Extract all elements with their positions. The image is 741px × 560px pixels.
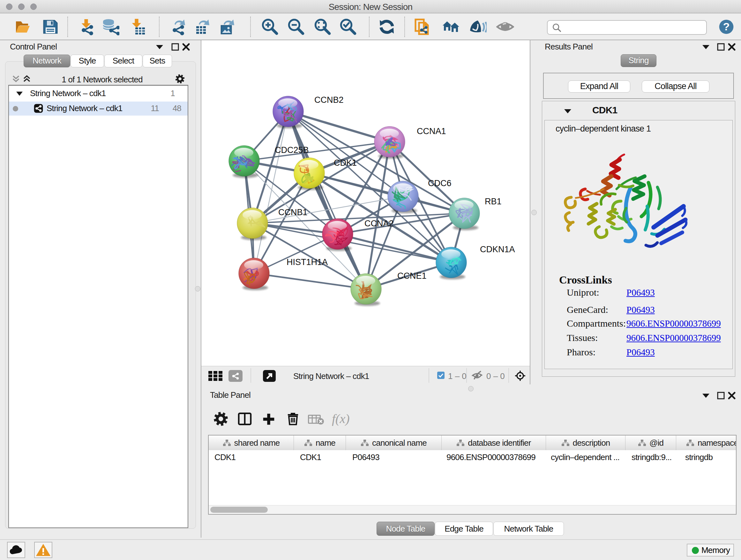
svg-text:CDC25B: CDC25B [275,145,309,155]
svg-text:CCNB2: CCNB2 [314,95,344,105]
svg-text:RB1: RB1 [485,197,502,206]
svg-text:CDC6: CDC6 [428,179,452,188]
svg-text:CCNB1: CCNB1 [278,207,308,217]
svg-text:CCNA2: CCNA2 [364,219,394,228]
svg-text:CCNA1: CCNA1 [417,126,446,136]
svg-text:CDKN1A: CDKN1A [480,245,515,254]
svg-text:?: ? [723,20,730,33]
svg-text:CDK1: CDK1 [334,158,357,168]
svg-text:CCNE1: CCNE1 [397,271,427,281]
svg-text:HIST1H1A: HIST1H1A [286,257,328,267]
